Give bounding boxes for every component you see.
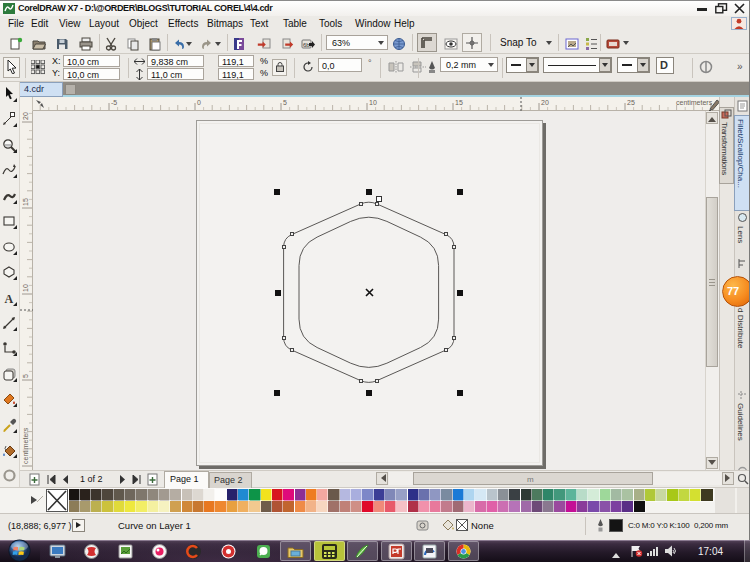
svg-text:25: 25 bbox=[627, 99, 635, 106]
svg-text:centimeters: centimeters bbox=[22, 427, 29, 464]
svg-text:0: 0 bbox=[197, 99, 201, 106]
svg-text:10: 10 bbox=[369, 99, 377, 106]
svg-text:15: 15 bbox=[22, 198, 29, 206]
svg-text:10: 10 bbox=[22, 284, 29, 292]
svg-text:15: 15 bbox=[455, 99, 463, 106]
svg-text:20: 20 bbox=[541, 99, 549, 106]
svg-text:5: 5 bbox=[22, 374, 29, 378]
svg-text:5: 5 bbox=[283, 99, 287, 106]
svg-text:20: 20 bbox=[22, 112, 29, 120]
svg-text:-5: -5 bbox=[111, 99, 117, 106]
svg-text:A: A bbox=[5, 292, 14, 306]
